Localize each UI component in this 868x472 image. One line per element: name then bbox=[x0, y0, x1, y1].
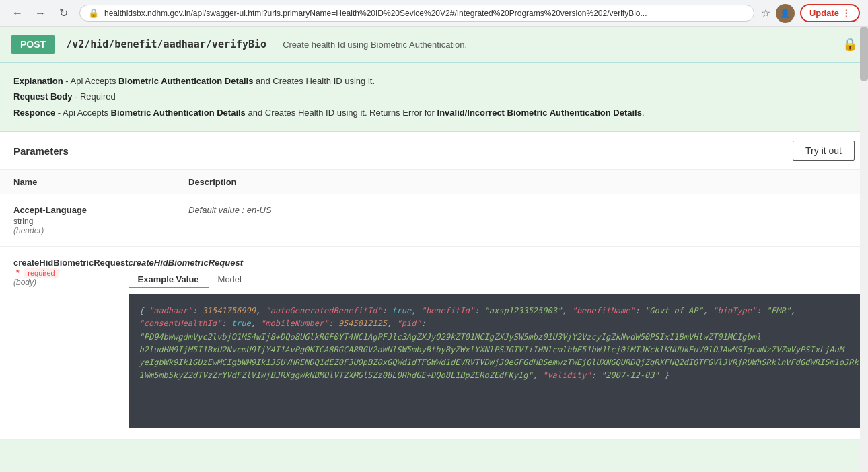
explanation-line3: Responce - Api Accepts Biometric Authent… bbox=[13, 105, 855, 120]
address-text: healthidsbx.ndhm.gov.in/api/swagger-ui.h… bbox=[104, 9, 746, 18]
model-tab[interactable]: Model bbox=[209, 272, 251, 288]
back-button[interactable]: ← bbox=[8, 4, 27, 23]
param-desc-cell: Default value : en-US bbox=[188, 205, 855, 215]
param-name: Accept-Language bbox=[13, 205, 188, 215]
col-name-header: Name bbox=[13, 177, 188, 187]
scrollbar-thumb[interactable] bbox=[860, 27, 868, 81]
param-row-body: createHidBiometricRequest * required (bo… bbox=[0, 247, 868, 440]
try-it-out-button[interactable]: Try it out bbox=[793, 141, 855, 161]
reload-button[interactable]: ↻ bbox=[54, 4, 73, 23]
bookmark-icon[interactable]: ☆ bbox=[761, 7, 770, 19]
endpoint-description: Create health Id using Biometric Authent… bbox=[283, 40, 467, 50]
required-text: required bbox=[24, 268, 58, 278]
param-type: string bbox=[13, 217, 188, 226]
explanation-line1: Explanation - Api Accepts Biometric Auth… bbox=[13, 73, 855, 89]
parameters-section: Parameters Try it out Name Description A… bbox=[0, 132, 868, 440]
body-param-name-cell: createHidBiometricRequest * required (bo… bbox=[13, 258, 129, 287]
explanation-line2: Request Body - Required bbox=[13, 89, 855, 104]
col-desc-header: Description bbox=[188, 177, 855, 187]
body-param-name: createHidBiometricRequest * required bbox=[13, 258, 129, 278]
explanation-bold3-2: Invalid/Incorrect Biometric Authenticati… bbox=[437, 108, 642, 118]
address-bar[interactable]: 🔒 healthidsbx.ndhm.gov.in/api/swagger-ui… bbox=[79, 5, 754, 22]
browser-bar: ← → ↻ 🔒 healthidsbx.ndhm.gov.in/api/swag… bbox=[0, 0, 868, 27]
toolbar-right: ☆ 👤 Update ⋮ bbox=[761, 4, 860, 23]
menu-dots-icon: ⋮ bbox=[842, 8, 851, 18]
body-param-location: (body) bbox=[13, 278, 129, 287]
parameters-header: Parameters Try it out bbox=[0, 132, 868, 170]
update-button[interactable]: Update ⋮ bbox=[800, 4, 860, 22]
explanation-section: Explanation - Api Accepts Biometric Auth… bbox=[0, 63, 868, 132]
explanation-bold1: Biometric Authentication Details bbox=[118, 76, 253, 86]
param-table-header: Name Description bbox=[0, 170, 868, 194]
default-value: Default value : en-US bbox=[188, 205, 272, 215]
main-content: POST /v2/hid/benefit/aadhaar/verifyBio C… bbox=[0, 27, 868, 472]
responce-label: Responce bbox=[13, 108, 55, 118]
parameters-title: Parameters bbox=[13, 145, 69, 157]
request-body-label: Request Body bbox=[13, 91, 72, 102]
required-star: * bbox=[16, 268, 20, 278]
example-tabs: Example Value Model bbox=[129, 272, 869, 288]
param-row-accept-language: Accept-Language string (header) Default … bbox=[0, 194, 868, 247]
ssl-lock-icon: 🔒 bbox=[88, 8, 99, 18]
explanation-label: Explanation bbox=[13, 76, 63, 86]
forward-button[interactable]: → bbox=[31, 4, 50, 23]
body-desc-title: createHidBiometricRequest bbox=[129, 258, 869, 268]
nav-buttons: ← → ↻ bbox=[8, 4, 73, 23]
avatar: 👤 bbox=[776, 4, 795, 23]
body-desc-cell: createHidBiometricRequest Example Value … bbox=[129, 258, 869, 428]
endpoint-lock-icon: 🔒 bbox=[842, 37, 857, 52]
method-badge: POST bbox=[11, 35, 55, 54]
endpoint-path: /v2/hid/benefit/aadhaar/verifyBio bbox=[66, 38, 266, 50]
example-value-tab[interactable]: Example Value bbox=[129, 272, 209, 288]
explanation-bold3-1: Biometric Authentication Details bbox=[111, 108, 246, 118]
scrollbar-track[interactable] bbox=[860, 27, 868, 472]
param-location: (header) bbox=[13, 226, 188, 235]
code-block: { "aadhaar": 31541756999, "autoGenerated… bbox=[129, 294, 869, 428]
endpoint-bar: POST /v2/hid/benefit/aadhaar/verifyBio C… bbox=[0, 27, 868, 63]
param-name-cell: Accept-Language string (header) bbox=[13, 205, 188, 235]
